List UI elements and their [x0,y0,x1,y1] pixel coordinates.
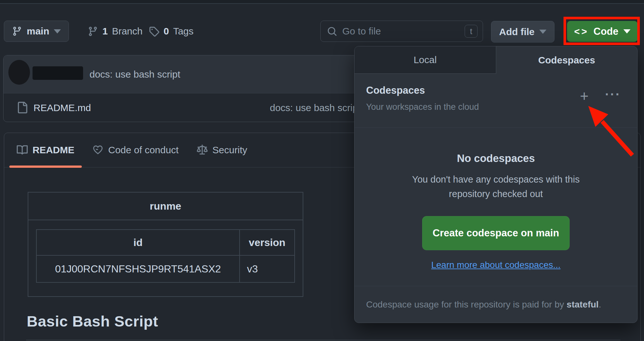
empty-state-description: You don't have any codespaces with this … [393,172,599,201]
table-cell-version: v3 [240,255,295,282]
branches-stat[interactable]: 1 Branch [88,21,143,42]
tab-code-of-conduct-label: Code of conduct [108,145,178,156]
chevron-down-icon [54,29,61,33]
empty-state-title: No codespaces [355,152,637,165]
commit-message-link[interactable]: docs: use bash script [90,55,180,93]
create-codespace-button[interactable]: Create codespace on main [422,216,570,250]
tag-count-label: Tags [173,26,194,37]
branch-count-label: Branch [112,26,143,37]
git-branch-icon [12,26,22,36]
law-scales-icon [197,145,208,156]
search-input[interactable] [342,25,460,37]
tab-security[interactable]: Security [189,133,255,167]
codespaces-header: Codespaces Your workspaces in the cloud … [355,74,637,128]
search-icon [327,26,337,36]
git-branch-icon [88,26,98,37]
readme-table: runme id version 01J00RCN7NFSHSJP9RT541A… [28,192,303,297]
table-cell-id: 01J00RCN7NFSHSJP9RT541ASX2 [36,255,240,282]
tags-stat[interactable]: 0 Tags [149,21,194,42]
chevron-down-icon [539,30,546,34]
avatar[interactable] [8,60,30,85]
tab-code-of-conduct[interactable]: Code of conduct [85,133,186,167]
tag-count: 0 [164,26,169,37]
tab-security-label: Security [213,145,247,156]
footer-text: Codespace usage for this repository is p… [366,299,567,309]
table-header-version: version [240,230,295,255]
top-divider [0,3,644,4]
code-button[interactable]: <> Code [567,21,638,42]
add-file-label: Add file [499,26,535,37]
redacted-author-name [33,66,83,80]
add-file-button[interactable]: Add file [491,21,554,43]
file-commit-message[interactable]: docs: use bash script [270,102,361,113]
table-row: 01J00RCN7NFSHSJP9RT541ASX2 v3 [36,255,295,282]
file-icon [16,101,28,114]
code-popover-tabs: Local Codespaces [355,46,637,74]
chevron-down-icon [623,29,630,33]
shortcut-key-badge: t [465,25,478,38]
footer-org-name: stateful [567,299,599,309]
code-button-label: Code [593,26,619,37]
readme-table-title: runme [28,193,303,220]
current-branch-label: main [27,26,49,37]
go-to-file-search[interactable]: t [320,21,483,42]
codespace-usage-footer: Codespace usage for this repository is p… [355,286,637,323]
code-popover: Local Codespaces Codespaces Your workspa… [354,46,638,323]
branch-count: 1 [102,26,108,37]
tag-icon [149,26,159,37]
tab-codespaces[interactable]: Codespaces [496,46,638,74]
footer-suffix: . [599,299,601,309]
heart-icon [92,145,103,156]
file-name-link[interactable]: README.md [33,102,91,113]
new-codespace-plus-icon[interactable]: + [580,89,589,103]
tab-readme-label: README [33,145,74,156]
learn-more-link[interactable]: Learn more about codespaces... [431,260,561,270]
heading-divider [26,340,620,340]
book-icon [17,145,28,156]
top-strip [0,0,644,3]
kebab-menu-icon[interactable]: ··· [605,88,621,101]
branch-selector-button[interactable]: main [4,21,69,42]
table-header-id: id [36,230,240,255]
tab-local[interactable]: Local [355,46,496,74]
code-icon: <> [574,26,589,37]
tab-readme[interactable]: README [9,133,82,167]
